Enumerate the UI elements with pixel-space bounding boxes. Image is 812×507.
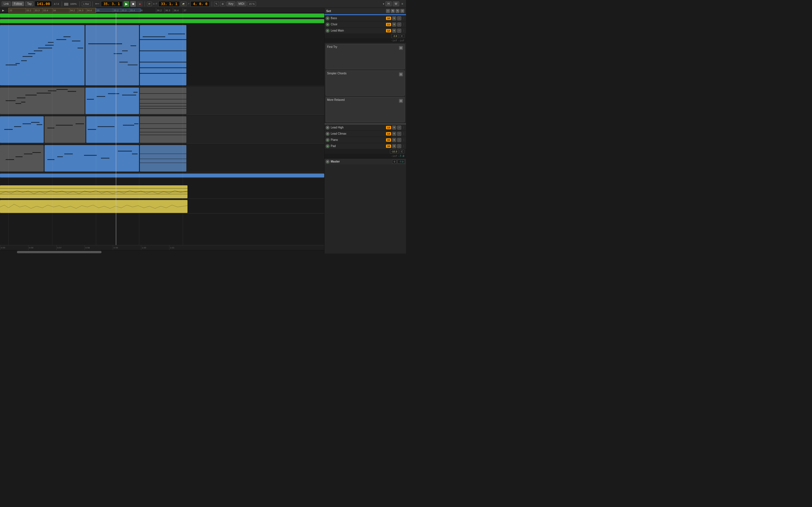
- clip-lead-main-1[interactable]: [0, 25, 85, 86]
- loop-icon[interactable]: ⟳: [147, 2, 152, 6]
- quantize-select[interactable]: 1 Bar: [82, 2, 91, 6]
- key-button[interactable]: Key: [226, 1, 235, 6]
- midi-button[interactable]: MIDI: [237, 1, 246, 6]
- record-button[interactable]: ●: [137, 1, 143, 7]
- lead-main-more-icon[interactable]: ⋮: [402, 29, 405, 32]
- clip-gray-right-1[interactable]: [140, 88, 186, 114]
- clip-slot-first-try[interactable]: First Try ⊟: [326, 44, 405, 69]
- clip-slot-more-relaxed[interactable]: More Relaxed ⊟: [326, 97, 405, 122]
- simpler-chords-icon[interactable]: ⊟: [399, 72, 403, 76]
- clip-relaxed-gray-2[interactable]: [140, 145, 186, 172]
- choir-s-btn[interactable]: S: [392, 22, 396, 26]
- pad-waveform: [0, 200, 188, 213]
- lead-high-s-btn[interactable]: S: [392, 126, 396, 129]
- bass-track-num[interactable]: 10: [386, 17, 391, 20]
- pencil-icon[interactable]: ✎: [214, 2, 219, 6]
- piano-track-num[interactable]: 15: [386, 138, 391, 142]
- pad-o-btn[interactable]: ○: [397, 144, 401, 148]
- master-pan[interactable]: -7.0: [398, 160, 405, 164]
- panel-edit-icon[interactable]: ✎: [396, 9, 400, 13]
- clip-relaxed-blue-right[interactable]: [140, 145, 186, 172]
- lead-main-vol[interactable]: -3.9: [391, 34, 399, 38]
- lead-high-play-btn[interactable]: ▶: [326, 126, 329, 129]
- panel-camera-icon[interactable]: ⊙: [400, 9, 404, 13]
- choir-play-btn[interactable]: ▶: [326, 22, 329, 26]
- lead-climax-s-btn[interactable]: S: [392, 132, 396, 136]
- clip-pad[interactable]: [0, 200, 188, 213]
- loop-meter-icon[interactable]: ◩: [181, 2, 186, 6]
- h-button[interactable]: H: [386, 1, 391, 6]
- piano-play-btn[interactable]: ▶: [326, 138, 329, 142]
- clip-blue-first-try-mid[interactable]: [86, 88, 139, 114]
- lead-climax-o-btn[interactable]: ○: [397, 132, 401, 136]
- piano-o-btn[interactable]: ○: [397, 138, 401, 142]
- clip-slot-simpler-chords[interactable]: Simpler Chords ⊟: [326, 70, 405, 96]
- first-try-icon[interactable]: ⊟: [399, 46, 403, 50]
- bass-play-btn[interactable]: ▶: [326, 16, 329, 20]
- clip-choir[interactable]: [0, 19, 324, 23]
- bass-more-icon[interactable]: ⋮: [402, 17, 405, 20]
- choir-track-num[interactable]: 11: [386, 23, 391, 26]
- clip-bass-top[interactable]: [0, 13, 324, 17]
- link-button[interactable]: Link: [2, 1, 11, 6]
- lead-high-track-num[interactable]: 13: [386, 126, 391, 129]
- time-ruler[interactable]: 0:55 0:56 0:57 0:58 0:59 1:00 1:01: [0, 245, 324, 250]
- play-button[interactable]: ▶: [123, 1, 129, 7]
- pad-track-num[interactable]: 16: [386, 145, 391, 148]
- more-relaxed-icon[interactable]: ⊟: [399, 99, 403, 103]
- clip-simpler-gray-2[interactable]: [140, 116, 186, 143]
- lead-main-o-btn[interactable]: ○: [397, 29, 401, 33]
- clip-piano[interactable]: [0, 185, 188, 198]
- lead-main-s-btn[interactable]: S: [392, 29, 396, 33]
- pad-pan[interactable]: C: [400, 150, 405, 154]
- time-sig[interactable]: 4 / 4: [53, 2, 60, 6]
- lead-climax-play-btn[interactable]: ▶: [326, 132, 329, 136]
- pad-s-btn[interactable]: S: [392, 144, 396, 148]
- clip-lead-main-2[interactable]: [86, 25, 139, 86]
- clip-lead-main-3[interactable]: [140, 25, 186, 86]
- vline-34: [52, 13, 52, 245]
- back-icon[interactable]: ⟵: [95, 2, 100, 6]
- piano-more-icon[interactable]: ⋮: [402, 138, 405, 142]
- menu-icon[interactable]: ≡: [400, 2, 404, 6]
- lead-climax-track-num[interactable]: 14: [386, 132, 391, 135]
- bpm-display[interactable]: 141.00: [35, 1, 52, 7]
- panel-add-icon[interactable]: +: [386, 9, 390, 13]
- bass-s-btn[interactable]: S: [392, 16, 396, 20]
- clip-simpler-1[interactable]: [0, 116, 44, 143]
- loop-region[interactable]: [8, 8, 96, 13]
- scrollbar-thumb[interactable]: [17, 251, 101, 253]
- lead-main-play-btn[interactable]: ▶: [326, 29, 329, 33]
- panel-arrows-icon[interactable]: ⇅: [391, 9, 395, 13]
- lead-main-pan[interactable]: C: [400, 34, 405, 38]
- lead-climax-more-icon[interactable]: ⋮: [402, 132, 405, 135]
- choir-o-btn[interactable]: ○: [397, 22, 401, 26]
- pad-more-icon[interactable]: ⋮: [402, 145, 405, 148]
- choir-more-icon[interactable]: ⋮: [402, 23, 405, 26]
- piano-s-btn[interactable]: S: [392, 138, 396, 142]
- arrangement-ruler[interactable]: ▶ 33 33.2 33.3 33.4 34 34.2 34.3 34.4 35…: [0, 8, 324, 13]
- track-item-lead-main: ▶ Lead Main 12 S ○ ⋮: [324, 27, 406, 34]
- master-vol[interactable]: 0: [392, 160, 396, 164]
- clip-lead-high[interactable]: [0, 173, 324, 177]
- grid-icon[interactable]: ⊞: [220, 2, 225, 6]
- horizontal-scrollbar[interactable]: [0, 250, 324, 253]
- follow-button[interactable]: Follow: [12, 1, 24, 6]
- master-play-btn[interactable]: ▶: [326, 160, 329, 164]
- w-button[interactable]: W: [393, 1, 399, 6]
- tap-button[interactable]: Tap: [25, 1, 34, 6]
- ruler-mark-364: 36.4: [173, 8, 179, 13]
- pad-play-btn[interactable]: ▶: [326, 144, 329, 148]
- clip-simpler-blue-2[interactable]: [86, 116, 139, 143]
- clip-gray-1[interactable]: [0, 88, 85, 114]
- loop-bracket[interactable]: [96, 8, 141, 12]
- lead-high-o-btn[interactable]: ○: [397, 126, 401, 129]
- clip-relaxed-gray-1[interactable]: [0, 145, 44, 172]
- lead-high-more-icon[interactable]: ⋮: [402, 126, 405, 129]
- stop-button[interactable]: ■: [130, 1, 136, 7]
- clip-relaxed-blue[interactable]: [45, 145, 139, 172]
- lead-main-track-num[interactable]: 12: [386, 29, 391, 33]
- pad-vol[interactable]: -10.3: [390, 150, 399, 154]
- clip-simpler-gray-1[interactable]: [45, 116, 86, 143]
- bass-o-btn[interactable]: ○: [397, 16, 401, 20]
